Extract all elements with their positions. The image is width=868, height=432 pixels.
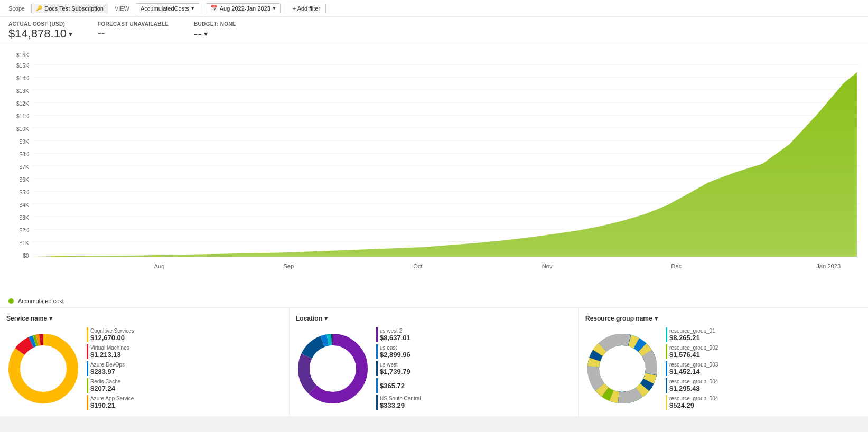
svg-text:Dec: Dec	[671, 263, 682, 269]
svg-text:Nov: Nov	[542, 263, 553, 269]
svg-text:$5K: $5K	[20, 190, 29, 195]
list-item: Azure App Service $190.21	[87, 395, 283, 410]
chevron-down-icon-4[interactable]: ▾	[204, 30, 208, 38]
location-panel-title: Location	[296, 315, 322, 322]
view-selector[interactable]: AccumulatedCosts ▾	[136, 3, 199, 13]
service-name-3: Azure DevOps	[90, 362, 125, 368]
view-value-text: AccumulatedCosts	[141, 5, 189, 12]
service-legend-list: Cognitive Services $12,670.00 Virtual Ma…	[87, 327, 283, 410]
svg-text:$15K: $15K	[16, 63, 29, 69]
service-donut-svg	[6, 332, 80, 406]
service-name-5: Azure App Service	[90, 396, 134, 401]
calendar-icon: 📅	[210, 5, 218, 12]
location-color-bar-2	[376, 344, 378, 359]
location-panel: Location ▾	[290, 308, 578, 416]
chevron-down-icon: ▾	[191, 5, 194, 12]
list-item: resource_group_003 $1,452.14	[666, 361, 862, 376]
svg-text:$12K: $12K	[16, 101, 29, 107]
rg-color-bar-4	[666, 378, 667, 393]
list-item: resource_group_004 $1,295.48	[666, 378, 862, 393]
service-value-4: $207.24	[90, 384, 120, 392]
svg-text:$2K: $2K	[20, 228, 29, 233]
list-item: us west $1,739.79	[376, 361, 572, 376]
service-name-2: Virtual Machines	[90, 345, 129, 351]
location-name-2: us east	[380, 345, 410, 351]
location-donut-svg	[296, 332, 370, 406]
svg-text:$4K: $4K	[20, 202, 29, 208]
resource-group-panel-header[interactable]: Resource group name ▾	[585, 315, 862, 322]
add-filter-button[interactable]: + Add filter	[287, 4, 326, 13]
view-label: VIEW	[115, 5, 129, 12]
location-color-bar-4	[376, 378, 378, 393]
budget-value: -- ▾	[194, 27, 236, 41]
list-item: Redis Cache $207.24	[87, 378, 283, 393]
scope-selector[interactable]: 🔑 Docs Test Subscription	[31, 4, 108, 13]
actual-cost-label: ACTUAL COST (USD)	[8, 21, 72, 27]
list-item: US South Central $333.29	[376, 395, 572, 410]
service-value-3: $283.97	[90, 368, 125, 375]
service-panel-title: Service name	[6, 315, 47, 322]
chevron-down-icon-resource: ▾	[655, 315, 658, 322]
service-name-1: Cognitive Services	[90, 328, 134, 334]
service-panel-header[interactable]: Service name ▾	[6, 315, 283, 322]
service-panel-content: Cognitive Services $12,670.00 Virtual Ma…	[6, 327, 283, 410]
date-range-selector[interactable]: 📅 Aug 2022-Jan 2023 ▾	[206, 3, 281, 13]
rg-value-4: $1,295.48	[669, 384, 718, 392]
list-item: Virtual Machines $1,213.13	[87, 344, 283, 359]
chevron-down-icon-2: ▾	[273, 5, 276, 12]
service-value-2: $1,213.13	[90, 351, 129, 359]
location-name-5: US South Central	[380, 396, 421, 401]
main-chart-svg: $0 $1K $2K $3K $4K $5K $6K $7K $8K $9K $…	[8, 52, 860, 274]
rg-name-5: resource_group_004	[669, 396, 718, 401]
location-panel-content: us west 2 $8,637.01 us east $2,899.96	[296, 327, 572, 410]
chart-legend: Accumulated cost	[0, 295, 868, 308]
legend-dot-accumulated	[8, 298, 14, 304]
list-item: us east $2,899.96	[376, 344, 572, 359]
list-item: us west 2 $8,637.01	[376, 327, 572, 342]
service-donut-chart	[6, 332, 80, 406]
svg-text:$0: $0	[23, 253, 29, 259]
budget-block: BUDGET: NONE -- ▾	[194, 21, 236, 41]
chart-svg-container: $0 $1K $2K $3K $4K $5K $6K $7K $8K $9K $…	[8, 52, 860, 274]
svg-text:Oct: Oct	[413, 263, 422, 269]
service-color-bar-1	[87, 327, 88, 342]
location-color-bar-1	[376, 327, 378, 342]
chevron-down-icon-location: ▾	[324, 315, 328, 322]
svg-text:$7K: $7K	[20, 164, 29, 170]
chevron-down-icon-3[interactable]: ▾	[69, 30, 72, 38]
scope-value-text: Docs Test Subscription	[44, 5, 104, 12]
location-value-3: $1,739.79	[380, 368, 410, 375]
actual-cost-value: $14,878.10 ▾	[8, 27, 72, 41]
subscription-icon: 🔑	[36, 5, 42, 11]
svg-point-59	[605, 351, 640, 386]
service-color-bar-4	[87, 378, 88, 393]
list-item: resource_group_01 $8,265.21	[666, 327, 862, 342]
resource-group-panel-content: resource_group_01 $8,265.21 resource_gro…	[585, 327, 862, 410]
budget-label: BUDGET: NONE	[194, 21, 236, 27]
rg-name-1: resource_group_01	[669, 328, 715, 334]
legend-label-accumulated: Accumulated cost	[18, 298, 64, 304]
rg-name-2: resource_group_002	[669, 345, 718, 351]
resource-group-donut-svg	[585, 332, 659, 406]
location-value-4: $365.72	[380, 382, 405, 390]
svg-text:Sep: Sep	[283, 263, 294, 269]
rg-name-4: resource_group_004	[669, 379, 718, 384]
chevron-down-icon-service: ▾	[49, 315, 52, 322]
rg-color-bar-1	[666, 327, 667, 342]
location-name-1: us west 2	[380, 328, 410, 334]
svg-text:$11K: $11K	[16, 114, 29, 119]
location-value-2: $2,899.96	[380, 351, 410, 359]
rg-value-3: $1,452.14	[669, 368, 718, 375]
svg-point-45	[26, 351, 61, 386]
svg-text:$16K: $16K	[16, 52, 29, 58]
svg-text:$14K: $14K	[16, 76, 29, 81]
list-item: resource_group_002 $1,576.41	[666, 344, 862, 359]
location-value-1: $8,637.01	[380, 334, 410, 342]
location-donut-chart	[296, 332, 370, 406]
resource-group-panel: Resource group name ▾	[579, 308, 868, 416]
list-item: resource_group_004 $524.29	[666, 395, 862, 410]
svg-text:$10K: $10K	[16, 126, 29, 132]
forecast-value: --	[98, 27, 169, 39]
list-item: $365.72	[376, 378, 572, 393]
location-panel-header[interactable]: Location ▾	[296, 315, 572, 322]
